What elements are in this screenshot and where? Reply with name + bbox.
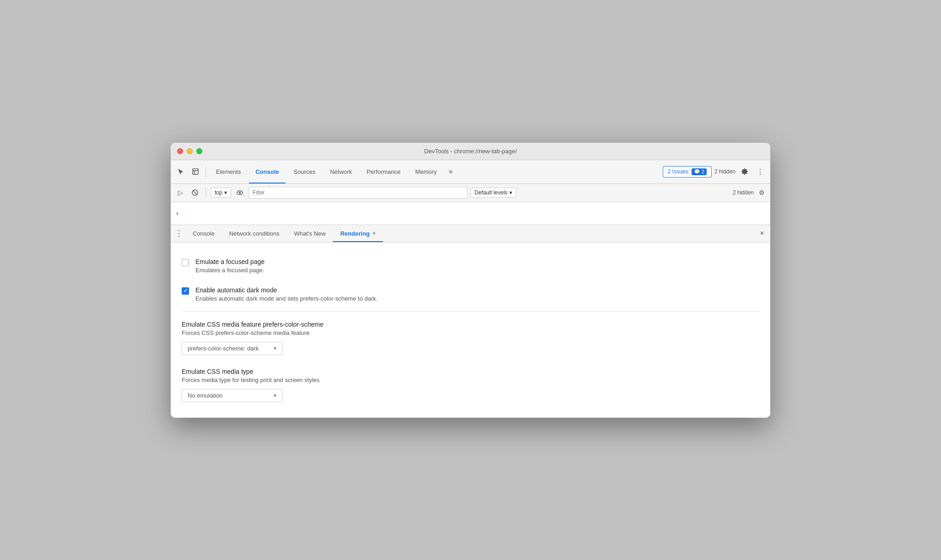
- prefers-color-scheme-title: Emulate CSS media feature prefers-color-…: [182, 321, 759, 328]
- console-chevron-prompt: ›: [176, 210, 178, 217]
- layers-icon[interactable]: [189, 165, 202, 178]
- titlebar: DevTools - chrome://new-tab-page/: [171, 143, 770, 160]
- settings-icon[interactable]: [738, 165, 751, 178]
- tab-memory[interactable]: Memory: [409, 160, 443, 183]
- css-media-type-chevron: ▾: [274, 393, 276, 398]
- svg-point-6: [239, 192, 241, 194]
- cursor-icon[interactable]: [174, 165, 187, 178]
- prefers-color-scheme-value: prefers-color-scheme: dark: [188, 345, 259, 352]
- focused-page-desc: Emulates a focused page.: [195, 267, 759, 274]
- issues-count: 2: [702, 169, 704, 174]
- auto-dark-mode-row: Enable automatic dark mode Enables autom…: [182, 280, 759, 308]
- auto-dark-mode-desc: Enables automatic dark mode and sets pre…: [195, 295, 759, 302]
- bottom-tab-console-label: Console: [193, 230, 215, 237]
- console-divider: [206, 187, 206, 198]
- focused-page-checkbox[interactable]: [182, 259, 189, 266]
- more-options-icon[interactable]: ⋮: [754, 165, 767, 178]
- tab-elements[interactable]: Elements: [210, 160, 247, 183]
- bottom-tab-console[interactable]: Console: [185, 225, 222, 242]
- bottom-tab-network-conditions-label: Network conditions: [229, 230, 280, 237]
- context-chevron: ▾: [224, 189, 227, 196]
- toolbar-right: 2 Issues: 💬 2 2 hidden ⋮: [663, 165, 767, 178]
- console-settings-icon[interactable]: ⚙: [757, 188, 767, 198]
- bottom-tab-menu-icon[interactable]: ⋮: [173, 227, 185, 240]
- focused-page-title: Emulate a focused page: [195, 258, 759, 265]
- bottom-tab-rendering[interactable]: Rendering ×: [333, 225, 383, 242]
- run-icon[interactable]: ▷: [174, 187, 186, 199]
- tab-performance[interactable]: Performance: [360, 160, 407, 183]
- default-levels-label: Default levels: [475, 189, 508, 196]
- context-value: top: [215, 189, 222, 196]
- svg-line-4: [193, 191, 197, 195]
- hidden-count: 2 hidden: [714, 168, 735, 175]
- issues-label: 2 Issues:: [668, 168, 690, 175]
- auto-dark-mode-checkbox-area: [182, 287, 189, 295]
- issues-badge: 💬 2: [692, 168, 707, 175]
- issues-button[interactable]: 2 Issues: 💬 2: [663, 166, 712, 178]
- maximize-button[interactable]: [196, 148, 202, 154]
- drawer-close-button[interactable]: ×: [756, 227, 768, 240]
- console-prompt-area[interactable]: ›: [171, 202, 770, 225]
- default-levels-selector[interactable]: Default levels ▾: [470, 188, 516, 198]
- toolbar-divider-1: [206, 166, 206, 177]
- devtools-window: DevTools - chrome://new-tab-page/ Elemen…: [171, 143, 770, 418]
- focused-page-label: Emulate a focused page Emulates a focuse…: [195, 258, 759, 274]
- close-button[interactable]: [177, 148, 183, 154]
- main-toolbar: Elements Console Sources Network Perform…: [171, 160, 770, 184]
- block-icon[interactable]: [189, 187, 201, 199]
- css-media-type-dropdown[interactable]: No emulation ▾: [182, 389, 282, 402]
- css-media-type-value: No emulation: [188, 392, 223, 399]
- bottom-tabs-bar: ⋮ Console Network conditions What's New …: [171, 225, 770, 242]
- more-tabs-button[interactable]: »: [445, 165, 456, 178]
- tab-sources[interactable]: Sources: [287, 160, 322, 183]
- rendering-panel: Emulate a focused page Emulates a focuse…: [171, 242, 770, 418]
- rendering-content-area: Emulate a focused page Emulates a focuse…: [171, 242, 770, 418]
- auto-dark-mode-label: Enable automatic dark mode Enables autom…: [195, 286, 759, 302]
- focused-page-row: Emulate a focused page Emulates a focuse…: [182, 252, 759, 280]
- bottom-tab-whats-new-label: What's New: [294, 230, 326, 237]
- window-title: DevTools - chrome://new-tab-page/: [424, 148, 517, 155]
- console-toolbar: ▷ top ▾ Default levels ▾ 2 hidden ⚙: [171, 184, 770, 202]
- tab-network[interactable]: Network: [324, 160, 358, 183]
- default-levels-chevron: ▾: [509, 189, 512, 196]
- context-selector[interactable]: top ▾: [211, 188, 231, 198]
- bottom-tab-rendering-label: Rendering: [340, 230, 369, 237]
- css-media-type-section: Emulate CSS media type Forces media type…: [182, 361, 759, 409]
- eye-icon[interactable]: [234, 187, 246, 199]
- prefers-color-scheme-chevron: ▾: [274, 345, 276, 351]
- auto-dark-mode-checkbox[interactable]: [182, 287, 189, 295]
- svg-rect-0: [193, 169, 198, 174]
- console-hidden-count: 2 hidden: [733, 189, 754, 196]
- css-media-type-title: Emulate CSS media type: [182, 368, 759, 375]
- css-media-type-desc: Forces media type for testing print and …: [182, 377, 759, 383]
- bottom-tab-network-conditions[interactable]: Network conditions: [222, 225, 287, 242]
- rendering-tab-close[interactable]: ×: [373, 230, 376, 237]
- prefers-color-scheme-desc: Forces CSS prefers-color-scheme media fe…: [182, 329, 759, 336]
- auto-dark-mode-title: Enable automatic dark mode: [195, 286, 759, 294]
- prefers-color-scheme-section: Emulate CSS media feature prefers-color-…: [182, 314, 759, 361]
- filter-input[interactable]: [249, 187, 468, 199]
- minimize-button[interactable]: [187, 148, 193, 154]
- bottom-tab-whats-new[interactable]: What's New: [287, 225, 333, 242]
- focused-page-checkbox-area: [182, 259, 189, 266]
- traffic-lights: [177, 148, 202, 154]
- prefers-color-scheme-dropdown[interactable]: prefers-color-scheme: dark ▾: [182, 342, 282, 355]
- section-divider-1: [182, 311, 759, 312]
- tab-console[interactable]: Console: [249, 160, 285, 183]
